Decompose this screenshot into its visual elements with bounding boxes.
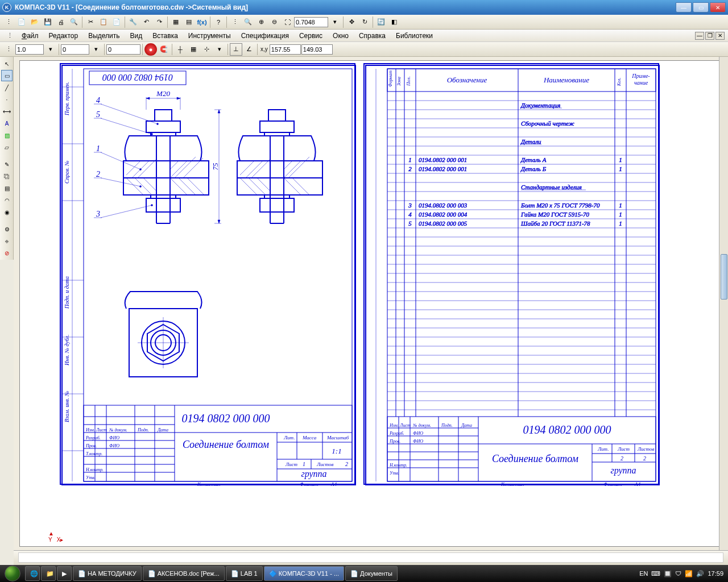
tray-update-icon[interactable]: 🛡 <box>675 570 681 577</box>
refresh-button[interactable]: 🔄 <box>375 16 387 28</box>
cut-button[interactable]: ✂ <box>84 16 97 28</box>
zoom-in-button[interactable]: ⊕ <box>255 16 267 28</box>
props-button[interactable]: 🔧 <box>127 16 139 28</box>
layers-button[interactable]: ▤ <box>183 16 195 28</box>
grid-button[interactable]: ▦ <box>187 43 200 56</box>
open-button[interactable]: 📂 <box>28 16 41 28</box>
undo-button[interactable]: ↶ <box>140 16 152 28</box>
taskbar-item[interactable]: 📄 НА МЕТОДИЧКУ <box>73 566 142 581</box>
copy-button[interactable]: 📋 <box>97 16 110 28</box>
sheet-specification: Формат Зона Поз. Обозначение Наименовани… <box>363 63 659 485</box>
zoom-fit-button[interactable]: ⛶ <box>281 16 293 28</box>
taskbar-item[interactable]: 📄 Документы <box>345 566 398 581</box>
taskbar-item[interactable]: 🔷 КОМПАС-3D V11 - ... <box>264 566 344 581</box>
y-input[interactable] <box>301 44 333 55</box>
vars-button[interactable]: f(x) <box>196 16 208 28</box>
menu-help[interactable]: Справка <box>354 31 390 41</box>
tray-flag-icon[interactable]: 🔲 <box>664 570 672 577</box>
layer-dropdown-icon[interactable]: ▾ <box>90 43 102 56</box>
mdi-minimize-button[interactable]: — <box>695 32 704 40</box>
drawing-canvas[interactable]: Перв. примен. Справ. № Подп. и дата Инв.… <box>19 60 722 547</box>
line-tool[interactable]: ╱ <box>1 82 13 93</box>
taskbar-item[interactable]: 📄 АКСЕНОВ.doc [Реж... <box>143 566 225 581</box>
linewidth-input[interactable] <box>15 44 44 55</box>
pan-button[interactable]: ✥ <box>345 16 358 28</box>
point-tool[interactable]: · <box>1 94 13 105</box>
tray-keyboard-icon[interactable]: ⌨ <box>651 570 660 577</box>
quicklaunch-ie[interactable]: 🌐 <box>25 566 40 581</box>
zoom-window-button[interactable]: 🔍 <box>242 16 254 28</box>
language-indicator[interactable]: EN <box>639 570 648 577</box>
paste-button[interactable]: 📄 <box>110 16 123 28</box>
zoom-dropdown-icon[interactable]: ▾ <box>329 16 341 28</box>
quicklaunch-explorer[interactable]: 📁 <box>41 566 56 581</box>
pointer-tool[interactable]: ↖ <box>1 58 13 69</box>
start-button[interactable] <box>1 566 24 581</box>
taskbar-item[interactable]: 📄 LAB 1 <box>226 566 263 581</box>
linewidth-dropdown-icon[interactable]: ▾ <box>44 43 57 56</box>
dim-tool[interactable]: ⟷ <box>1 106 13 117</box>
poly-tool[interactable]: ▱ <box>1 142 13 153</box>
mdi-restore-button[interactable]: ❐ <box>705 32 714 40</box>
arc-tool[interactable]: ◠ <box>1 194 13 206</box>
angle-button[interactable]: ∠ <box>243 43 255 56</box>
minimize-button[interactable]: — <box>676 2 692 13</box>
menu-libs[interactable]: Библиотеки <box>391 31 437 41</box>
measure-tool[interactable]: ◉ <box>1 206 13 218</box>
link-tool[interactable]: ⎆ <box>1 235 13 247</box>
zoom-input[interactable] <box>294 17 328 27</box>
vertical-scrollbar[interactable] <box>719 57 728 550</box>
redo-button[interactable]: ↷ <box>153 16 166 28</box>
render-button[interactable]: ◧ <box>388 16 400 28</box>
clock[interactable]: 17:59 <box>708 570 723 577</box>
extra-button[interactable]: ▾ <box>213 43 226 56</box>
snap-button[interactable]: ● <box>144 43 157 56</box>
tray-volume-icon[interactable]: 🔊 <box>696 570 704 577</box>
menu-view[interactable]: Вид <box>126 31 147 41</box>
handle2-icon[interactable]: ⋮ <box>229 16 241 28</box>
select-tool[interactable]: ▭ <box>1 70 13 81</box>
menu-service[interactable]: Сервис <box>295 31 327 41</box>
property-field[interactable] <box>18 552 723 563</box>
coord-button[interactable]: ⊹ <box>200 43 213 56</box>
new-button[interactable]: 📄 <box>15 16 28 28</box>
color-select[interactable] <box>106 44 140 55</box>
menu-insert[interactable]: Вставка <box>148 31 183 41</box>
sheet-button[interactable]: ▦ <box>169 16 182 28</box>
handle-icon[interactable]: ⋮ <box>2 16 15 28</box>
stop-tool[interactable]: ⊘ <box>1 247 13 259</box>
maximize-button[interactable]: ▭ <box>693 2 709 13</box>
handle3-icon[interactable]: ⋮ <box>2 43 15 56</box>
copy-tool[interactable]: ⿻ <box>1 171 13 182</box>
save-button[interactable]: 💾 <box>42 16 54 28</box>
help-button[interactable]: ? <box>212 16 225 28</box>
menu-file[interactable]: Файл <box>17 31 43 41</box>
mdi-close-button[interactable]: ✕ <box>715 32 725 40</box>
layer-input[interactable] <box>61 44 89 55</box>
menu-spec[interactable]: Спецификация <box>237 31 293 41</box>
svg-point-54 <box>157 123 159 125</box>
hatch-tool[interactable]: ▨ <box>1 130 13 141</box>
svg-line-27 <box>170 161 187 178</box>
print-button[interactable]: 🖨 <box>55 16 67 28</box>
ortho-toggle[interactable]: ⊥ <box>230 43 242 56</box>
tray-network-icon[interactable]: 📶 <box>685 570 693 577</box>
preview-button[interactable]: 🔍 <box>68 16 80 28</box>
param-tool[interactable]: ⚙ <box>1 223 13 235</box>
menu-handle-icon[interactable]: ⋮ <box>3 30 16 42</box>
zoom-out-button[interactable]: ⊖ <box>268 16 280 28</box>
ortho-button[interactable]: ┼ <box>174 43 187 56</box>
spec-tool[interactable]: ▤ <box>1 182 13 194</box>
menu-select[interactable]: Выделить <box>84 31 124 41</box>
x-input[interactable] <box>270 44 301 55</box>
menu-editor[interactable]: Редактор <box>44 31 83 41</box>
text-tool[interactable]: A <box>1 118 13 129</box>
magnet-button[interactable]: 🧲 <box>158 43 170 56</box>
quicklaunch-media[interactable]: ▶ <box>57 566 72 581</box>
menu-tools[interactable]: Инструменты <box>184 31 235 41</box>
menu-window[interactable]: Окно <box>328 31 353 41</box>
rotate-button[interactable]: ↻ <box>358 16 371 28</box>
close-button[interactable]: ✕ <box>710 2 726 13</box>
svg-line-55 <box>101 118 152 134</box>
edit-tool[interactable]: ✎ <box>1 159 13 170</box>
